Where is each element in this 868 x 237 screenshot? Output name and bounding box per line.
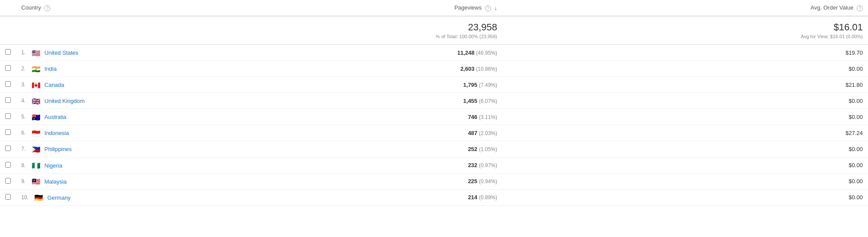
country-cell: 1. 🇺🇸 United States (16, 45, 303, 61)
country-flag: 🇲🇾 (32, 178, 40, 184)
avg-order-value: $0.00 (848, 178, 863, 184)
pageviews-value: 225 (468, 178, 478, 184)
pageviews-cell: 225 (0.94%) (303, 173, 502, 189)
avg-order-value: $0.00 (848, 146, 863, 152)
avg-order-value: $0.00 (848, 66, 863, 72)
row-checkbox[interactable] (5, 194, 11, 200)
country-link[interactable]: Germany (47, 194, 70, 201)
row-checkbox[interactable] (5, 65, 11, 71)
row-checkbox-cell (0, 141, 16, 157)
avg-order-value: $21.80 (845, 82, 863, 88)
row-checkbox[interactable] (5, 178, 11, 184)
row-checkbox[interactable] (5, 49, 11, 55)
country-link[interactable]: Malaysia (44, 178, 66, 185)
country-cell: 4. 🇬🇧 United Kingdom (16, 93, 303, 109)
row-checkbox[interactable] (5, 113, 11, 119)
row-checkbox[interactable] (5, 145, 11, 151)
avg-order-cell: $0.00 (502, 189, 868, 205)
country-cell: 9. 🇲🇾 Malaysia (16, 173, 303, 189)
summary-pageviews-sub: % of Total: 100.00% (23,958) (308, 34, 497, 39)
row-checkbox-cell (0, 45, 16, 61)
avg-order-value: $0.00 (848, 98, 863, 104)
pageviews-header: Pageviews ? ↓ (303, 0, 502, 16)
country-link[interactable]: Australia (44, 114, 66, 120)
avg-order-value: $27.24 (845, 130, 863, 136)
pageviews-percent: (2.03%) (479, 130, 497, 136)
country-link[interactable]: Indonesia (44, 130, 69, 136)
pageviews-cell: 1,455 (6.07%) (303, 93, 502, 109)
pageviews-cell: 2,603 (10.86%) (303, 61, 502, 77)
country-flag: 🇨🇦 (32, 82, 40, 88)
country-link[interactable]: United Kingdom (44, 98, 85, 104)
rank-number: 9. (21, 178, 27, 184)
country-link[interactable]: Philippines (44, 146, 72, 153)
pageviews-cell: 232 (0.97%) (303, 157, 502, 173)
pageviews-value: 232 (468, 162, 478, 168)
summary-country-cell (16, 16, 303, 45)
avg-order-help-icon[interactable]: ? (857, 5, 863, 11)
country-link[interactable]: Nigeria (44, 162, 62, 169)
rank-number: 8. (21, 162, 27, 168)
country-cell: 3. 🇨🇦 Canada (16, 77, 303, 93)
rank-number: 1. (21, 49, 27, 56)
country-cell: 6. 🇮🇩 Indonesia (16, 125, 303, 141)
avg-order-cell: $0.00 (502, 61, 868, 77)
summary-avg-total: $16.01 (508, 22, 863, 33)
avg-order-cell: $0.00 (502, 173, 868, 189)
pageviews-value: 252 (468, 146, 478, 152)
pageviews-cell: 11,248 (46.95%) (303, 45, 502, 61)
avg-order-cell: $19.70 (502, 45, 868, 61)
table-row: 4. 🇬🇧 United Kingdom 1,455 (6.07%) $0.00 (0, 93, 868, 109)
table-row: 6. 🇮🇩 Indonesia 487 (2.03%) $27.24 (0, 125, 868, 141)
summary-pageviews-cell: 23,958 % of Total: 100.00% (23,958) (303, 16, 502, 45)
country-link[interactable]: United States (44, 49, 78, 56)
summary-avg-sub: Avg for View: $16.01 (0.00%) (508, 34, 863, 39)
country-flag: 🇦🇺 (32, 114, 40, 120)
pageviews-percent: (0.97%) (479, 162, 497, 168)
row-checkbox-cell (0, 189, 16, 205)
country-cell: 2. 🇮🇳 India (16, 61, 303, 77)
row-checkbox-cell (0, 109, 16, 125)
sort-down-icon[interactable]: ↓ (495, 5, 498, 11)
pageviews-cell: 1,795 (7.49%) (303, 77, 502, 93)
pageviews-help-icon[interactable]: ? (485, 5, 491, 11)
country-flag: 🇳🇬 (32, 162, 40, 168)
avg-order-value: $0.00 (848, 114, 863, 120)
summary-pageviews-total: 23,958 (308, 22, 497, 33)
avg-order-cell: $0.00 (502, 93, 868, 109)
country-link[interactable]: Canada (44, 82, 64, 88)
pageviews-value: 487 (468, 130, 478, 136)
row-checkbox-cell (0, 61, 16, 77)
row-checkbox-cell (0, 157, 16, 173)
rank-number: 3. (21, 82, 27, 88)
pageviews-percent: (3.11%) (479, 114, 497, 120)
pageviews-value: 2,603 (460, 66, 475, 72)
row-checkbox[interactable] (5, 129, 11, 135)
table-row: 10. 🇩🇪 Germany 214 (0.89%) $0.00 (0, 189, 868, 205)
header-checkbox-cell (0, 0, 16, 16)
avg-order-value: $19.70 (845, 49, 863, 56)
country-header: Country ? (16, 0, 303, 16)
rank-number: 2. (21, 66, 27, 72)
pageviews-percent: (7.49%) (479, 82, 497, 88)
pageviews-value: 11,248 (457, 49, 475, 56)
pageviews-percent: (10.86%) (476, 66, 497, 72)
analytics-table: Country ? Pageviews ? ↓ Avg. Order Value… (0, 0, 868, 206)
table-row: 7. 🇵🇭 Philippines 252 (1.05%) $0.00 (0, 141, 868, 157)
row-checkbox[interactable] (5, 81, 11, 87)
row-checkbox[interactable] (5, 97, 11, 103)
pageviews-percent: (0.89%) (479, 194, 497, 201)
table-row: 3. 🇨🇦 Canada 1,795 (7.49%) $21.80 (0, 77, 868, 93)
country-help-icon[interactable]: ? (44, 5, 50, 11)
pageviews-value: 1,795 (463, 82, 478, 88)
country-flag: 🇺🇸 (32, 50, 40, 56)
row-checkbox-cell (0, 125, 16, 141)
row-checkbox[interactable] (5, 162, 11, 168)
row-checkbox-cell (0, 93, 16, 109)
country-link[interactable]: India (44, 66, 56, 72)
pageviews-cell: 214 (0.89%) (303, 189, 502, 205)
pageviews-percent: (1.05%) (479, 146, 497, 152)
row-checkbox-cell (0, 173, 16, 189)
table-row: 2. 🇮🇳 India 2,603 (10.86%) $0.00 (0, 61, 868, 77)
avg-order-value: $0.00 (848, 194, 863, 201)
